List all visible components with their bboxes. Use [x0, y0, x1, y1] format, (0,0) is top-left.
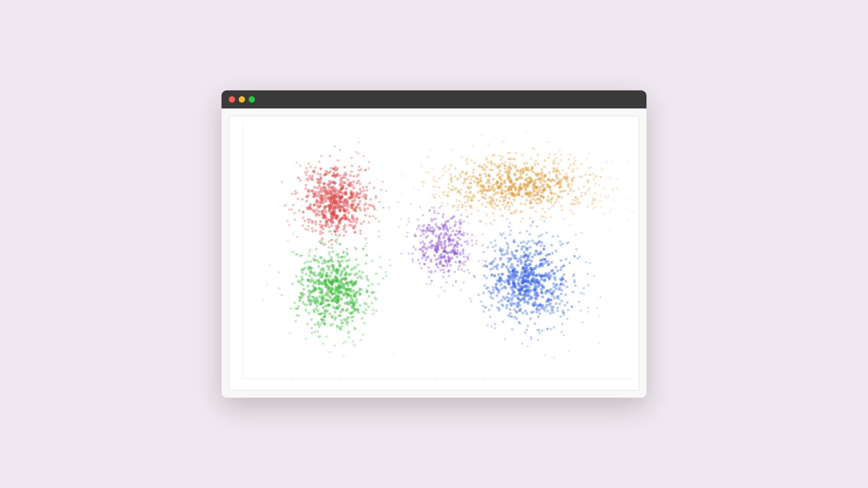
close-button[interactable]: [229, 96, 235, 103]
maximize-button[interactable]: [249, 96, 255, 103]
chart-area: [229, 116, 639, 390]
scatter-plot: [229, 116, 639, 390]
window-content: Person Car Truck Traffic Sign Motor: [222, 108, 646, 398]
app-window: Person Car Truck Traffic Sign Motor: [222, 90, 646, 398]
minimize-button[interactable]: [239, 96, 245, 103]
titlebar: [222, 90, 646, 108]
